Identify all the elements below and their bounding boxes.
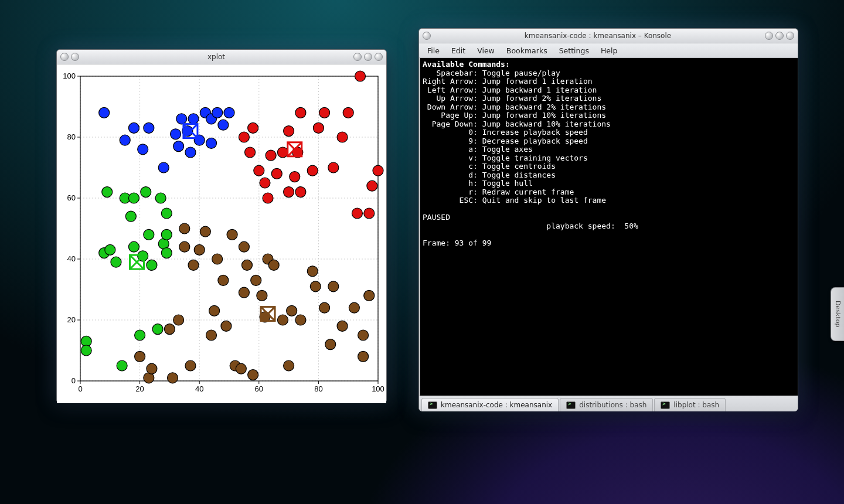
data-point [155, 193, 166, 203]
data-point [241, 260, 252, 270]
xplot-titlebar[interactable]: xplot [57, 50, 386, 64]
data-point [263, 193, 273, 203]
svg-text:80: 80 [67, 132, 76, 141]
menu-edit[interactable]: Edit [447, 45, 470, 56]
data-point [188, 260, 199, 270]
data-point [325, 339, 336, 350]
terminal-icon [566, 401, 576, 409]
data-point [358, 330, 369, 340]
data-point [111, 257, 121, 267]
data-point [364, 290, 375, 301]
data-point [152, 324, 163, 335]
data-point [135, 330, 145, 340]
xplot-window-title: xplot [79, 53, 353, 61]
tab-label: kmeansanix-code : kmeansanix [441, 401, 552, 409]
menu-file[interactable]: File [423, 45, 444, 56]
data-point [373, 165, 383, 176]
data-point [313, 122, 324, 133]
data-point [266, 150, 276, 161]
tab-label: libplot : bash [673, 401, 719, 409]
konsole-menubar: File Edit View Bookmarks Settings Help [419, 43, 798, 58]
data-point [212, 254, 223, 264]
terminal-text: Available Commands: Spacebar: Toggle pau… [420, 58, 798, 250]
tab-distributions[interactable]: distributions : bash [560, 398, 653, 411]
data-point [337, 132, 348, 142]
data-point [185, 360, 196, 371]
data-point [209, 305, 220, 316]
svg-text:80: 80 [314, 384, 322, 393]
terminal-icon [661, 401, 670, 409]
data-point [147, 363, 157, 374]
data-point [268, 260, 279, 270]
data-point [227, 229, 237, 240]
data-point [295, 315, 306, 325]
close-button[interactable] [375, 53, 383, 61]
terminal-viewport[interactable]: Available Commands: Spacebar: Toggle pau… [420, 58, 798, 396]
data-point [284, 187, 294, 197]
tab-kmeansanix[interactable]: kmeansanix-code : kmeansanix [421, 398, 559, 411]
menu-view[interactable]: View [472, 45, 499, 56]
data-point [277, 147, 288, 158]
svg-text:40: 40 [67, 254, 76, 263]
data-point [355, 71, 366, 81]
scatter-chart: 020406080100020406080100 [57, 64, 385, 402]
data-point [349, 302, 359, 313]
menu-help[interactable]: Help [596, 45, 622, 56]
menu-settings[interactable]: Settings [554, 45, 594, 56]
data-point [206, 138, 217, 148]
data-point [290, 172, 300, 182]
maximize-button[interactable] [775, 32, 784, 40]
data-point [161, 208, 172, 219]
data-point [284, 360, 294, 371]
data-point [307, 165, 318, 176]
data-point [158, 162, 169, 173]
data-point [248, 370, 258, 380]
data-point [254, 165, 264, 176]
terminal-icon [428, 401, 437, 409]
sticky-button[interactable] [71, 53, 79, 61]
data-point [337, 321, 348, 331]
svg-text:0: 0 [72, 376, 76, 385]
data-point [224, 107, 234, 118]
data-point [218, 275, 229, 285]
konsole-window: kmeansanix-code : kmeansanix – Konsole F… [418, 28, 798, 411]
desktop-pager-tab[interactable]: Desktop [831, 287, 844, 341]
data-point [239, 241, 249, 252]
close-button[interactable] [786, 32, 794, 40]
svg-text:100: 100 [63, 71, 76, 80]
data-point [271, 168, 282, 179]
data-point [105, 244, 115, 255]
app-menu-button[interactable] [60, 53, 69, 61]
data-point [81, 345, 91, 356]
data-point [295, 187, 306, 197]
tab-libplot[interactable]: libplot : bash [654, 398, 726, 411]
data-point [102, 187, 113, 197]
data-point [245, 147, 256, 158]
data-point [138, 144, 148, 155]
data-point [358, 351, 369, 362]
data-point [144, 229, 154, 240]
data-point [277, 315, 288, 325]
svg-text:60: 60 [67, 193, 76, 202]
data-point [173, 315, 184, 325]
konsole-tabbar: kmeansanix-code : kmeansanix distributio… [419, 396, 798, 411]
maximize-button[interactable] [364, 53, 372, 61]
xplot-plot-area: 020406080100020406080100 [57, 64, 386, 403]
data-point [328, 281, 339, 292]
data-point [364, 208, 375, 219]
minimize-button[interactable] [765, 32, 773, 40]
data-point [260, 178, 270, 188]
data-point [319, 302, 330, 313]
konsole-titlebar[interactable]: kmeansanix-code : kmeansanix – Konsole [419, 29, 798, 43]
data-point [239, 287, 249, 298]
data-point [117, 360, 127, 371]
data-point [257, 290, 267, 301]
minimize-button[interactable] [353, 53, 362, 61]
data-point [141, 187, 151, 197]
data-point [236, 363, 246, 374]
data-point [212, 107, 223, 118]
konsole-window-title: kmeansanix-code : kmeansanix – Konsole [431, 32, 765, 40]
app-menu-button[interactable] [423, 32, 431, 40]
menu-bookmarks[interactable]: Bookmarks [502, 45, 552, 56]
data-point [161, 229, 172, 240]
